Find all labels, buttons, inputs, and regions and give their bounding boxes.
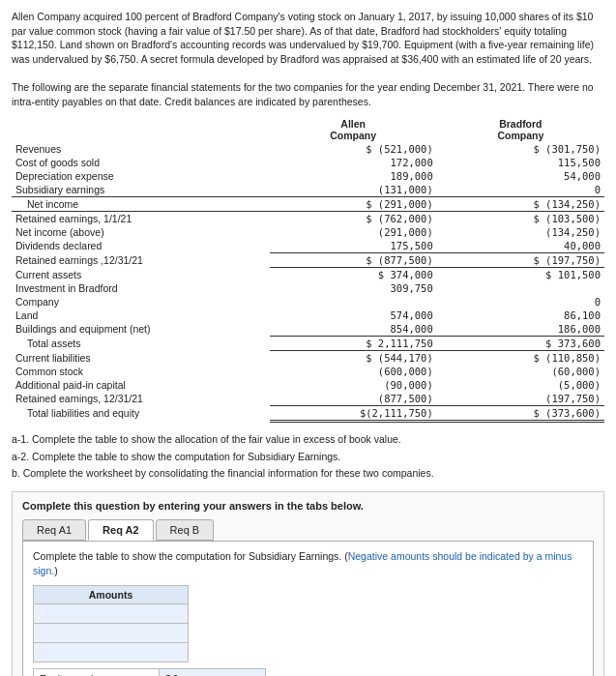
row1-input[interactable] xyxy=(34,604,189,624)
table-row: Cost of goods sold 172,000 115,500 xyxy=(12,156,604,169)
intro-paragraph1: Allen Company acquired 100 percent of Br… xyxy=(12,10,604,67)
equity-earnings-row: Equity earnings $ 0 xyxy=(34,669,266,676)
instructions: a-1. Complete the table to show the allo… xyxy=(12,432,604,482)
tab-req-a1[interactable]: Req A1 xyxy=(22,519,86,541)
table-row: Common stock (600,000) (60,000) xyxy=(12,365,604,378)
table-row: Retained earnings, 12/31/21 (877,500) (1… xyxy=(12,392,604,406)
tab-content-req-a2: Complete the table to show the computati… xyxy=(22,541,594,676)
table-row: Net income (above) (291,000) (134,250) xyxy=(12,225,604,239)
tabs-row: Req A1 Req A2 Req B xyxy=(22,519,594,541)
tab-req-b[interactable]: Req B xyxy=(156,519,215,541)
main-container: Allen Company acquired 100 percent of Br… xyxy=(0,0,616,676)
table-row xyxy=(34,624,189,643)
equity-earnings-input[interactable]: $ 0 xyxy=(160,669,266,676)
equity-earnings-table: Equity earnings $ 0 xyxy=(33,668,266,676)
intro-paragraph2: The following are the separate financial… xyxy=(12,80,604,108)
row2-input[interactable] xyxy=(34,624,189,643)
table-row: Depreciation expense 189,000 54,000 xyxy=(12,169,604,183)
col-header-bradford: BradfordCompany xyxy=(437,117,604,142)
table-row: Current assets $ 374,000 $ 101,500 xyxy=(12,267,604,281)
instruction-a1: a-1. Complete the table to show the allo… xyxy=(12,432,604,448)
table-row: Dividends declared 175,500 40,000 xyxy=(12,239,604,253)
financial-table: AllenCompany BradfordCompany Revenues $ … xyxy=(12,117,604,423)
table-row: Investment in Bradford 309,750 xyxy=(12,281,604,295)
table-row-net-income: Net income $ (291,000) $ (134,250) xyxy=(12,196,604,211)
table-row: Subsidiary earnings (131,000) 0 xyxy=(12,183,604,197)
table-row-retained1231: Retained earnings ,12/31/21 $ (877,500) … xyxy=(12,252,604,267)
instruction-b: b. Complete the worksheet by consolidati… xyxy=(12,466,604,482)
table-row: Current liabilities $ (544,170) $ (110,8… xyxy=(12,350,604,365)
table-row: Additional paid-in capital (90,000) (5,0… xyxy=(12,378,604,392)
equity-earnings-label: Equity earnings xyxy=(34,669,160,676)
col-header-allen: AllenCompany xyxy=(270,117,437,142)
table-row xyxy=(34,643,189,662)
table-row: Company 0 xyxy=(12,295,604,309)
table-row-total-liab-equity: Total liabilities and equity $(2,111,750… xyxy=(12,405,604,421)
table-row xyxy=(34,604,189,624)
table-row-total-assets: Total assets $ 2,111,750 $ 373,600 xyxy=(12,336,604,350)
subsidiary-earnings-table: Amounts xyxy=(33,585,189,662)
table-row: Revenues $ (521,000) $ (301,750) xyxy=(12,142,604,156)
question-box-title: Complete this question by entering your … xyxy=(22,500,594,512)
intro-text: Allen Company acquired 100 percent of Br… xyxy=(12,10,604,109)
instruction-a2: a-2. Complete the table to show the comp… xyxy=(12,450,604,465)
table-row: Retained earnings, 1/1/21 $ (762,000) $ … xyxy=(12,211,604,225)
amounts-header: Amounts xyxy=(34,586,189,604)
question-box: Complete this question by entering your … xyxy=(12,491,604,676)
tab-req-a2[interactable]: Req A2 xyxy=(88,519,154,541)
row3-input[interactable] xyxy=(34,643,189,662)
table-row: Buildings and equipment (net) 854,000 18… xyxy=(12,322,604,337)
table-row: Land 574,000 86,100 xyxy=(12,309,604,322)
tab-content-description: Complete the table to show the computati… xyxy=(33,549,583,577)
